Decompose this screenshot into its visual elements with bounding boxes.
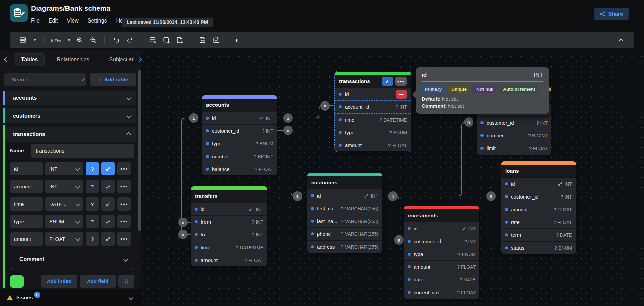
table-field-row[interactable]: type? ENUM	[202, 137, 277, 150]
primary-key-toggle-button[interactable]	[101, 232, 115, 246]
table-field-row[interactable]: limit? FLOAT	[477, 142, 551, 155]
table-field-row[interactable]: last_na...? VARCHAR(255)	[307, 215, 382, 228]
table-field-row[interactable]: time? DATETIME	[335, 114, 411, 126]
nullable-toggle-button[interactable]: ?	[86, 197, 99, 211]
table-field-row[interactable]: idINT	[501, 178, 576, 190]
field-more-options-button[interactable]: ●●●	[117, 162, 131, 175]
menu-view[interactable]: View	[67, 18, 78, 24]
field-type-select[interactable]: DATE...	[45, 197, 83, 211]
redo-icon[interactable]	[125, 36, 134, 44]
table-field-row[interactable]: phone? VARCHAR(255)	[307, 228, 382, 241]
collapse-toolbar-icon[interactable]	[617, 36, 626, 44]
add-field-button[interactable]: Add field	[80, 275, 116, 288]
layout-caret-icon[interactable]	[33, 39, 36, 41]
nullable-toggle-button[interactable]: ?	[86, 215, 99, 228]
table-field-row[interactable]: time? DATETIME	[191, 241, 267, 254]
table-field-row[interactable]: amount? FLOAT	[191, 254, 267, 266]
sidebar-table-item-customers[interactable]: customers	[3, 108, 136, 123]
add-note-icon[interactable]	[175, 36, 184, 44]
table-field-row[interactable]: address? VARCHAR(255)	[307, 241, 382, 253]
nullable-toggle-button[interactable]: ?	[86, 180, 99, 193]
comment-collapsible[interactable]: Comment	[11, 249, 134, 270]
table-color-swatch[interactable]	[10, 275, 24, 288]
tab-relationships[interactable]: Relationships	[57, 57, 89, 63]
theme-contrast-icon[interactable]: ◐	[235, 36, 240, 44]
primary-key-toggle-button[interactable]	[101, 197, 115, 211]
table-field-row[interactable]: amount? FLOAT	[404, 261, 479, 273]
tabs-scroll-right-icon[interactable]	[137, 57, 142, 62]
table-field-row[interactable]: type? ENUM	[404, 248, 479, 261]
primary-key-toggle-button[interactable]	[101, 180, 115, 193]
search-options-chevron-icon[interactable]	[82, 78, 85, 81]
add-area-icon[interactable]	[162, 36, 171, 44]
table-field-row[interactable]: rate? FLOAT	[501, 216, 576, 229]
field-name-input[interactable]: amount	[10, 232, 43, 246]
share-button[interactable]: Share	[594, 8, 629, 20]
table-field-row[interactable]: from? INT	[191, 216, 267, 228]
tabs-scroll-left-icon[interactable]	[4, 57, 9, 62]
tab-tables[interactable]: Tables	[14, 53, 45, 66]
field-name-input[interactable]: id	[10, 162, 43, 175]
field-more-options-button[interactable]: ●●●	[117, 197, 131, 211]
sidebar-table-item-accounts[interactable]: accounts	[3, 91, 136, 105]
zoom-caret-icon[interactable]	[67, 39, 71, 41]
table-field-row[interactable]: first_na...? VARCHAR(255)	[307, 202, 382, 215]
table-field-row[interactable]: current_val? FLOAT	[404, 286, 479, 299]
table-field-row[interactable]: type? ENUM	[335, 126, 411, 139]
canvas-table-transfers[interactable]: transfersidINTfrom? INTto? INTtime? DATE…	[191, 186, 267, 266]
table-field-row[interactable]: number? BIGINT	[202, 150, 277, 163]
issues-footer[interactable]: Issues 0	[0, 289, 141, 306]
table-field-row[interactable]: customer_id? INT	[477, 117, 551, 129]
table-field-row[interactable]: customer_id? INT	[202, 125, 277, 137]
menu-file[interactable]: File	[31, 18, 40, 24]
zoom-in-icon[interactable]	[75, 36, 84, 44]
layout-panels-icon[interactable]	[18, 36, 27, 44]
delete-table-button[interactable]	[118, 275, 134, 288]
primary-key-toggle-button[interactable]	[101, 162, 115, 175]
table-field-row[interactable]: idINT	[404, 222, 479, 235]
table-field-row[interactable]: customer_id? INT	[404, 235, 479, 248]
field-more-options-button[interactable]: ●●●	[117, 180, 131, 193]
table-field-row[interactable]: idINT	[307, 189, 382, 202]
table-field-row[interactable]: number? BIGINT	[477, 129, 551, 142]
menu-edit[interactable]: Edit	[49, 18, 58, 24]
menu-settings[interactable]: Settings	[88, 18, 107, 24]
canvas-table-investments[interactable]: investmentsidINTcustomer_id? INTtype? EN…	[404, 206, 479, 299]
table-more-options-button[interactable]: ●●●	[395, 77, 407, 86]
table-name-input[interactable]	[31, 144, 134, 158]
accordion-chevron-icon[interactable]	[126, 114, 131, 118]
add-table-button[interactable]: + Add table	[90, 73, 136, 86]
field-name-input[interactable]: time	[10, 197, 43, 211]
field-type-select[interactable]: ENUM	[45, 215, 83, 228]
field-more-options-button[interactable]: ●●●	[117, 215, 131, 228]
app-logo[interactable]	[10, 4, 28, 22]
table-field-row[interactable]: account_id? INT	[335, 101, 411, 114]
undo-icon[interactable]	[112, 36, 121, 44]
table-search-box[interactable]	[4, 73, 86, 86]
field-name-input[interactable]: type	[10, 215, 43, 228]
add-index-button[interactable]: Add index	[41, 275, 77, 288]
autosave-calendar-icon[interactable]	[212, 36, 221, 44]
remove-field-button[interactable]	[396, 90, 407, 99]
table-field-row[interactable]: term? DATE	[501, 229, 576, 242]
issues-chevron-icon[interactable]	[129, 295, 133, 300]
zoom-out-icon[interactable]	[89, 36, 97, 44]
field-type-select[interactable]: INT	[45, 180, 83, 193]
table-field-row[interactable]: customer_id? INT	[501, 190, 576, 203]
table-field-row[interactable]: date? DATE	[404, 273, 479, 286]
table-field-row[interactable]: status? ENUM	[501, 242, 576, 254]
primary-key-toggle-button[interactable]	[101, 215, 115, 228]
sidebar-scrollbar[interactable]	[138, 70, 141, 231]
field-more-options-button[interactable]: ●●●	[117, 232, 131, 246]
table-field-row[interactable]: idINT	[191, 203, 267, 216]
search-input[interactable]	[11, 76, 80, 83]
nullable-toggle-button[interactable]: ?	[86, 162, 99, 175]
table-field-row[interactable]: amount? FLOAT	[501, 203, 576, 216]
table-field-row[interactable]: id	[335, 88, 411, 101]
table-field-row[interactable]: idINT	[202, 112, 277, 125]
add-table-icon[interactable]	[148, 36, 157, 44]
canvas-table-accounts[interactable]: accountsidINTcustomer_id? INTtype? ENUMn…	[202, 95, 277, 175]
field-type-select[interactable]: INT	[45, 162, 83, 175]
table-field-row[interactable]: to? INT	[191, 228, 267, 241]
canvas-table-loans[interactable]: loansidINTcustomer_id? INTamount? FLOATr…	[501, 161, 576, 254]
